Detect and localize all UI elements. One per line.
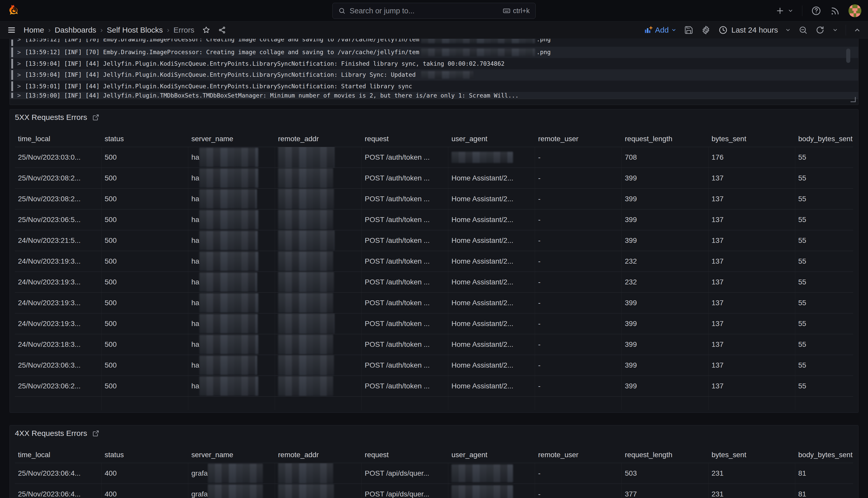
column-header-body_bytes_sent[interactable]: body_bytes_sent [795,447,853,463]
new-menu-button[interactable] [775,6,794,15]
panel-resize-handle[interactable] [851,97,856,102]
table-row: 25/Nov/2023:06:2...500haPOST /auth/token… [15,376,853,396]
refresh-interval-button[interactable] [832,27,838,33]
table-cell: - [535,463,622,484]
log-row[interactable]: >[13:59:01] [INF] [44] Jellyfin.Plugin.K… [10,81,858,92]
log-row[interactable]: >[13:59:00] [INF] [44] Jellyfin.Plugin.T… [10,92,858,99]
column-header-bytes_sent[interactable]: bytes_sent [708,131,795,147]
breadcrumb-item-home[interactable]: Home [24,26,44,35]
column-header-status[interactable]: status [101,447,188,463]
redacted-text [199,210,258,230]
favorite-button[interactable] [202,26,210,34]
table-cell: POST /auth/token ... [362,313,448,334]
expand-row-icon[interactable]: > [17,83,21,90]
column-header-request_length[interactable]: request_length [622,131,708,147]
cell-text: ha [191,257,199,265]
column-header-bytes_sent[interactable]: bytes_sent [708,447,795,463]
expand-row-icon[interactable]: > [17,60,21,67]
column-header-remote_user[interactable]: remote_user [535,447,622,463]
column-header-time_local[interactable]: time_local [15,131,101,147]
cell-text: 55 [798,236,806,245]
expand-row-icon[interactable]: > [17,92,21,99]
log-line: >[13:59:01] [INF] [44] Jellyfin.Plugin.K… [13,81,858,92]
table-cell [275,396,362,410]
cell-text: Home Assistant/2... [451,215,513,224]
log-row[interactable]: >[13:59:04] [INF] [44] Jellyfin.Plugin.K… [10,58,858,69]
column-header-server_name[interactable]: server_name [188,131,275,147]
table-cell: ha [188,292,275,313]
table-cell: 500 [101,292,188,313]
search-input[interactable] [350,7,499,15]
grafana-logo[interactable] [7,3,21,18]
panel-title[interactable]: 4XX Requests Errors [15,429,87,438]
table-cell: 400 [101,484,188,498]
scrollbar-thumb[interactable] [846,49,850,63]
table-cell: Home Assistant/2... [448,313,535,334]
menu-toggle-button[interactable] [7,26,16,35]
table-cell [448,484,535,498]
log-row[interactable]: >[13:59:12] [INF] [70] Emby.Drawing.Imag… [10,39,858,47]
column-header-user_agent[interactable]: user_agent [448,131,535,147]
cell-text: ha [191,340,199,349]
redacted-text [199,189,257,209]
zoom-out-icon [799,25,808,35]
redacted-text [208,463,263,483]
table-cell: ha [188,313,275,334]
log-level-indicator [11,59,13,68]
expand-row-icon[interactable]: > [17,39,21,43]
clock-icon [718,25,728,35]
news-button[interactable] [830,6,840,16]
cell-text: Home Assistant/2... [451,340,513,349]
table-cell: 377 [622,484,708,498]
add-panel-button[interactable]: Add [644,26,676,35]
help-button[interactable] [811,6,821,16]
time-range-picker[interactable]: Last 24 hours [718,25,791,35]
save-dashboard-button[interactable] [684,25,693,35]
column-header-server_name[interactable]: server_name [188,447,275,463]
star-icon [202,26,210,34]
table-cell: Home Assistant/2... [448,272,535,292]
table-cell: 24/Nov/2023:18:3... [15,334,101,355]
column-header-time_local[interactable]: time_local [15,447,101,463]
column-header-remote_addr[interactable]: remote_addr [275,131,362,147]
refresh-button[interactable] [815,25,825,35]
expand-row-icon[interactable]: > [17,71,21,79]
expand-row-icon[interactable]: > [17,49,21,56]
column-header-user_agent[interactable]: user_agent [448,447,535,463]
column-header-remote_addr[interactable]: remote_addr [275,447,362,463]
dashboard-settings-button[interactable] [701,25,711,35]
column-header-remote_user[interactable]: remote_user [535,131,622,147]
breadcrumb-item-dashboards[interactable]: Dashboards [55,26,96,35]
column-header-request_length[interactable]: request_length [622,447,708,463]
table-cell [275,272,362,292]
external-link-icon[interactable] [92,114,99,121]
table-cell: 55 [795,251,853,272]
column-header-body_bytes_sent[interactable]: body_bytes_sent [795,131,853,147]
table-cell: 24/Nov/2023:19:3... [15,292,101,313]
cell-text: - [538,195,540,203]
cell-text: POST /auth/token ... [365,382,430,390]
column-header-status[interactable]: status [101,131,188,147]
cell-text: 55 [798,153,806,161]
zoom-out-button[interactable] [799,25,808,35]
cell-text: 400 [105,490,117,498]
cell-text: POST /auth/token ... [365,257,430,265]
column-header-request[interactable]: request [362,447,448,463]
column-header-request[interactable]: request [362,131,448,147]
table-cell: POST /auth/token ... [362,168,448,188]
share-button[interactable] [218,26,226,34]
avatar[interactable] [849,4,861,17]
table-cell: Home Assistant/2... [448,188,535,209]
log-row[interactable]: >[13:59:04] [INF] [44] Jellyfin.Plugin.K… [10,69,858,81]
table-cell: 500 [101,376,188,396]
search-bar[interactable]: ctrl+k [333,3,535,19]
table-cell: 500 [101,313,188,334]
external-link-icon[interactable] [92,430,99,437]
breadcrumb-item-self-host-blocks[interactable]: Self Host Blocks [107,26,163,35]
collapse-toolbar-button[interactable] [854,26,861,34]
table-cell [275,334,362,355]
cell-text: 500 [105,299,117,307]
log-row[interactable]: >[13:59:12] [INF] [70] Emby.Drawing.Imag… [10,47,858,58]
log-message: [13:59:01] [INF] [44] Jellyfin.Plugin.Ko… [25,83,412,90]
panel-title[interactable]: 5XX Requests Errors [15,113,87,122]
